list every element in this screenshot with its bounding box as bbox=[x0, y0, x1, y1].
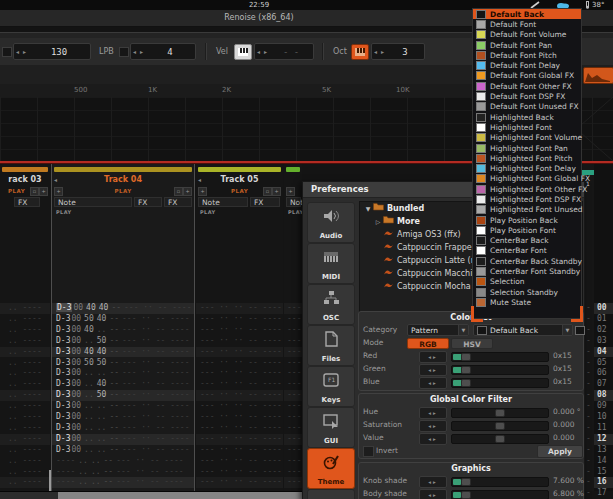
note-cell[interactable]: D-3 bbox=[56, 445, 70, 454]
pan-cell[interactable]: .. bbox=[91, 477, 101, 486]
color-option[interactable]: Highlighted Font Pitch bbox=[473, 153, 581, 163]
slider-track[interactable] bbox=[451, 477, 549, 487]
note-cell[interactable]: D-3 bbox=[56, 347, 70, 356]
column-header-fx[interactable]: FX bbox=[164, 197, 192, 207]
note-cell[interactable]: D-3 bbox=[56, 401, 70, 410]
hsv-mode-button[interactable]: HSV bbox=[451, 338, 493, 349]
color-option[interactable]: Highlighted Font Unused bbox=[473, 205, 581, 215]
sidebar-item-gui[interactable]: GUI bbox=[307, 407, 355, 448]
pan-cell[interactable]: 40 bbox=[97, 379, 107, 388]
rgb-mode-button[interactable]: RGB bbox=[407, 338, 449, 349]
slider-stepper[interactable]: ◂▸ bbox=[419, 377, 447, 389]
note-cell[interactable]: D-3 bbox=[56, 390, 70, 399]
note-cell[interactable]: D-3 bbox=[56, 358, 70, 367]
slider-track[interactable] bbox=[451, 421, 549, 431]
volume-cell[interactable]: .. bbox=[78, 467, 88, 476]
note-cell[interactable]: D-3 bbox=[56, 379, 70, 388]
instrument-cell[interactable]: 00 bbox=[71, 445, 81, 454]
column-header-note[interactable]: Note bbox=[286, 197, 301, 207]
color-option[interactable]: Highlighted Font bbox=[473, 122, 581, 132]
slider-handle[interactable] bbox=[461, 379, 471, 387]
volume-cell[interactable]: .. bbox=[84, 434, 94, 443]
pan-cell[interactable]: .. bbox=[97, 412, 107, 421]
color-option[interactable]: Default Font DSP FX bbox=[473, 91, 581, 101]
color-option[interactable]: Play Position Back bbox=[473, 215, 581, 225]
slider-track[interactable] bbox=[451, 408, 549, 418]
bpm-inc-icon[interactable]: ▸ bbox=[21, 48, 28, 55]
vel-stepper[interactable]: ◂▸ - - bbox=[254, 43, 314, 60]
track-play-button[interactable]: PLAY bbox=[52, 186, 194, 196]
pan-cell[interactable]: .. bbox=[97, 423, 107, 432]
scrollbar-handle[interactable] bbox=[58, 492, 302, 499]
sidebar-item-theme[interactable]: Theme bbox=[307, 448, 355, 489]
instrument-cell[interactable]: 00 bbox=[71, 314, 81, 323]
slider-track[interactable] bbox=[451, 365, 549, 375]
color-option[interactable]: Mute State bbox=[473, 297, 581, 307]
track-name[interactable]: Track 04 bbox=[52, 174, 194, 186]
delay-cell[interactable]: -- bbox=[111, 303, 121, 312]
invert-checkbox[interactable] bbox=[363, 446, 374, 457]
color-option[interactable]: CenterBar Back Standby bbox=[473, 256, 581, 266]
delay-cell[interactable]: -- bbox=[104, 467, 114, 476]
instrument-cell[interactable]: 00 bbox=[71, 379, 81, 388]
color-option[interactable]: Default Back bbox=[473, 9, 581, 19]
color-option[interactable]: Highlighted Font Volume bbox=[473, 133, 581, 143]
color-option[interactable]: Default Font bbox=[473, 19, 581, 29]
color-option[interactable]: Default Font Delay bbox=[473, 60, 581, 70]
apply-button[interactable]: Apply bbox=[537, 445, 583, 458]
pan-cell[interactable]: 40 bbox=[97, 314, 107, 323]
color-option[interactable]: Highlighted Back bbox=[473, 112, 581, 122]
slider-track[interactable] bbox=[451, 352, 549, 362]
volume-cell[interactable]: .. bbox=[84, 336, 94, 345]
instrument-cell[interactable]: 00 bbox=[71, 401, 81, 410]
category-dropdown[interactable]: Pattern ▼ bbox=[407, 324, 469, 336]
volume-cell[interactable]: 50 bbox=[84, 314, 94, 323]
slider-handle[interactable] bbox=[461, 366, 471, 374]
lpb-value[interactable]: 4 bbox=[145, 47, 195, 57]
color-option[interactable]: Default Font Other FX bbox=[473, 81, 581, 91]
volume-cell[interactable]: 50 bbox=[84, 358, 94, 367]
pan-cell[interactable]: 40 bbox=[97, 347, 107, 356]
slider-track[interactable] bbox=[451, 490, 549, 499]
lpb-checkbox[interactable] bbox=[119, 47, 129, 57]
volume-cell[interactable]: .. bbox=[84, 379, 94, 388]
volume-cell[interactable]: .. bbox=[84, 423, 94, 432]
slider-track[interactable] bbox=[451, 378, 549, 388]
oct-value[interactable]: 3 bbox=[386, 47, 424, 57]
vel-dec-icon[interactable]: ◂ bbox=[255, 48, 262, 55]
instrument-cell[interactable]: 00 bbox=[71, 423, 81, 432]
tree-arrow-icon[interactable]: ▼ bbox=[364, 202, 372, 215]
color-option[interactable]: Default Font Global FX bbox=[473, 71, 581, 81]
note-cell[interactable]: D-3 bbox=[56, 423, 70, 432]
oct-inc-icon[interactable]: ▸ bbox=[379, 48, 386, 55]
delay-cell[interactable]: -- bbox=[109, 390, 119, 399]
delay-cell[interactable]: -- bbox=[104, 456, 114, 465]
sidebar-item-audio[interactable]: Audio bbox=[307, 202, 355, 243]
color-option[interactable]: Default Font Unused FX bbox=[473, 102, 581, 112]
track-minus-button[interactable]: ▫ bbox=[30, 187, 39, 196]
volume-cell[interactable]: 40 bbox=[84, 325, 94, 334]
instrument-cell[interactable]: 00 bbox=[71, 358, 81, 367]
volume-cell[interactable]: .. bbox=[84, 445, 94, 454]
slider-stepper[interactable]: ◂▸ bbox=[419, 489, 447, 499]
track-plus-button[interactable]: + bbox=[183, 187, 192, 196]
color-option[interactable]: CenterBar Back bbox=[473, 236, 581, 246]
chevron-down-icon[interactable]: ▼ bbox=[458, 325, 468, 335]
slider-track[interactable] bbox=[451, 434, 549, 444]
slider-handle[interactable] bbox=[461, 491, 471, 499]
column-header-fx[interactable]: FX bbox=[14, 197, 40, 207]
track-name[interactable]: rack 03 bbox=[0, 174, 50, 186]
note-cell[interactable]: ---- bbox=[56, 456, 75, 465]
lpb-inc-icon[interactable]: ▸ bbox=[138, 48, 145, 55]
note-cell[interactable]: D-3 bbox=[56, 303, 72, 312]
color-option[interactable]: Selection bbox=[473, 277, 581, 287]
pan-cell[interactable]: .. bbox=[97, 368, 107, 377]
track-plus-button[interactable]: + bbox=[39, 187, 48, 196]
pan-cell[interactable]: 50 bbox=[97, 358, 107, 367]
volume-cell[interactable]: .. bbox=[84, 401, 94, 410]
color-option[interactable]: Play Position Font bbox=[473, 225, 581, 235]
column-header-fx[interactable]: FX bbox=[134, 197, 162, 207]
delay-cell[interactable]: -- bbox=[109, 368, 119, 377]
instrument-cell[interactable]: 00 bbox=[71, 390, 81, 399]
bpm-value[interactable]: 130 bbox=[28, 47, 90, 57]
